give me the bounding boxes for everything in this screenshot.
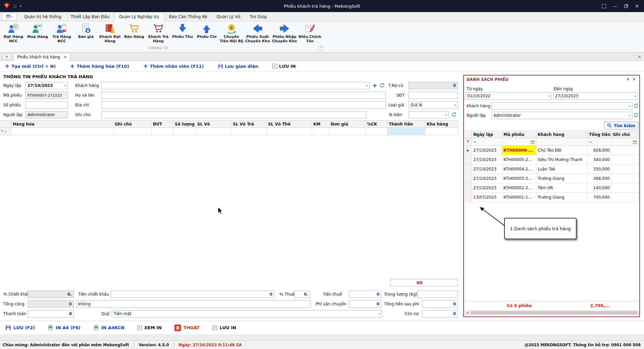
ribbon-button-ban-hang[interactable]: Bán Hàng <box>122 22 146 39</box>
receipt-row[interactable]: 27/10/2023 KTH00005-2... Siêu Thị Mường … <box>465 155 639 164</box>
tab-tro-giup[interactable]: Trợ Giúp <box>245 12 272 21</box>
pcol-ngay-lap[interactable]: Ngày lập <box>472 131 502 138</box>
checkbox-checked-icon[interactable]: ✓ <box>272 64 277 68</box>
thanh-tien-cell-highlight[interactable] <box>387 128 425 135</box>
save-layout-button[interactable]: Lưu giao diện <box>218 64 258 69</box>
app-logo-icon[interactable]: V <box>3 2 10 10</box>
print-a4-button[interactable]: IN A4 (F6) <box>48 325 80 331</box>
tu-ngay-input[interactable]: 01/10/2022 ▾ <box>465 92 552 100</box>
col-dvt[interactable]: ĐVT <box>152 121 173 128</box>
caret-down-icon[interactable]: ▾ <box>547 95 550 98</box>
luu-in-toggle[interactable]: ✓ LƯU IN <box>272 64 296 69</box>
ngay-lap-input[interactable]: 27/10/2023 ▾ <box>25 82 68 89</box>
col-kho-hang[interactable]: Kho hàng <box>425 121 458 128</box>
so-phieu-input[interactable] <box>25 101 68 109</box>
caret-down-icon[interactable]: ▾ <box>628 114 630 117</box>
caret-down-icon[interactable]: ▾ <box>628 105 630 108</box>
add-product-button[interactable]: + Thêm hàng hóa (F10) <box>70 63 129 69</box>
caret-down-icon[interactable]: ▾ <box>377 312 380 315</box>
loai-gia-combo[interactable]: Giá lẻ ▾ <box>409 101 458 109</box>
filter-total[interactable]: = <box>588 138 611 145</box>
den-ngay-input[interactable]: 27/10/2023 ▾ <box>553 92 638 100</box>
filter-date[interactable]: = <box>472 138 502 145</box>
ghi-chu-input[interactable] <box>101 111 366 118</box>
pcol-tong-tien[interactable]: Tổng tiền <box>588 131 611 138</box>
sdt-input[interactable] <box>409 92 458 99</box>
panel-refresh-customer-icon[interactable] <box>634 103 639 109</box>
fullscreen-icon[interactable] <box>602 4 606 8</box>
col-so-luong[interactable]: Số lượng <box>173 121 196 128</box>
ribbon-button-tra-hang-ncc[interactable]: Trả Hàng NCC <box>50 22 74 44</box>
close-tab-icon[interactable]: × <box>63 55 67 59</box>
receipt-row[interactable]: 27/10/2023 KTH00002-2... Tâm HR 140,000 <box>465 183 639 193</box>
panel-horizontal-scrollbar[interactable]: ◀ <box>465 310 639 315</box>
ribbon-button-mua-hang[interactable]: Mua Hàng <box>25 22 50 39</box>
tab-bar-close-icon[interactable]: × <box>638 54 641 59</box>
restore-icon[interactable] <box>624 4 628 8</box>
trong-luong-field[interactable] <box>417 291 458 298</box>
dia-chi-input[interactable] <box>101 101 386 109</box>
record-circle-icon[interactable]: ○ <box>13 4 17 8</box>
save-button[interactable]: LƯU (F2) <box>5 325 35 331</box>
minimize-icon[interactable]: — <box>613 4 618 8</box>
ribbon-collapse-button[interactable]: ^ <box>318 46 324 51</box>
thue-pct-field[interactable]: 0. <box>294 291 310 298</box>
search-button[interactable]: Tìm kiếm <box>604 121 638 130</box>
col-sl-vo-the[interactable]: SL Vỏ Thế <box>267 121 312 128</box>
scrollbar-thumb[interactable] <box>471 311 638 314</box>
n-vien-combo[interactable]: ▾ <box>409 111 449 118</box>
ribbon-button-dat-hang-ncc[interactable]: Đặt Hàng NCC <box>1 22 25 44</box>
ho-va-ten-input[interactable] <box>101 92 386 99</box>
document-tab-active[interactable]: Phiếu khách trả hàng × <box>13 53 70 61</box>
col-hang-hoa[interactable]: Hàng hóa <box>11 121 113 128</box>
xem-in-toggle[interactable]: ✓ XEM IN <box>137 325 162 330</box>
app-menu-button[interactable]: ▾ <box>2 13 17 20</box>
refresh-employee-icon[interactable] <box>451 112 457 117</box>
ribbon-button-khach-dat-hang[interactable]: Khách Đặt Hàng <box>98 22 122 44</box>
panel-khach-hang-combo[interactable]: ▾ <box>491 102 632 110</box>
phi-van-chuyen-field[interactable]: 0 <box>349 300 381 308</box>
refresh-customer-icon[interactable] <box>380 83 385 88</box>
col-sl-vo-tra[interactable]: SL Vỏ Trả <box>231 121 267 128</box>
ribbon-button-bao-gia[interactable]: $ Báo giá <box>74 22 98 39</box>
receipt-row[interactable]: 27/10/2023 KTH00003-2... Trường Giang 26… <box>465 174 639 183</box>
add-employee-button[interactable]: + Thêm nhân viên (F11) <box>143 63 204 69</box>
quy-combo[interactable]: Tiền mặt ▾ <box>112 310 382 317</box>
caret-down-icon[interactable]: ▾ <box>444 113 447 116</box>
luu-in-bottom-toggle[interactable]: ✓ LƯU IN <box>212 325 236 330</box>
ribbon-button-phieu-thu[interactable]: Phiếu Thu <box>170 22 195 39</box>
titlebar-caret-icon[interactable]: ▾ <box>20 4 22 8</box>
tien-thue-field[interactable]: 0 <box>349 291 381 298</box>
khach-hang-combo[interactable]: ▾ <box>101 82 370 89</box>
print-a4kcn-button[interactable]: IN A4KCN <box>93 325 124 331</box>
thanh-toan-field[interactable]: 0 <box>28 310 74 317</box>
col-thanh-tien[interactable]: Thành tiền <box>387 121 425 128</box>
receipt-row[interactable]: ▶ 27/10/2023 KTH00006-... Chú Tèo ĐĐ 928… <box>465 146 639 155</box>
col-don-gia[interactable]: Đơn giá <box>329 121 366 128</box>
tab-quan-tri-he-thong[interactable]: Quản trị hệ thống <box>19 12 66 21</box>
ribbon-button-phieu-nhap-chuyen-kho[interactable]: Phiếu Nhập Chuyển Kho <box>271 22 298 44</box>
add-customer-button[interactable]: + <box>372 82 377 89</box>
panel-refresh-user-icon[interactable] <box>634 113 639 118</box>
caret-down-icon[interactable]: ▾ <box>633 95 636 98</box>
panel-nguoi-lap-combo[interactable]: Administrator ▾ <box>491 112 632 119</box>
pin-icon[interactable] <box>626 78 630 83</box>
checkbox-checked-icon[interactable]: ✓ <box>137 326 142 330</box>
scroll-left-arrow-icon[interactable]: ◀ <box>465 311 470 315</box>
pcol-khach-hang[interactable]: Khách hàng <box>536 131 588 138</box>
receipt-row[interactable]: 27/10/2023 KTH00004-2... Luận Tak 330,00… <box>465 164 639 174</box>
exit-button[interactable]: THOÁT <box>174 325 200 331</box>
ribbon-button-dieu-chinh-ton[interactable]: Điều Chỉnh Tồn <box>298 22 322 44</box>
filter-note[interactable]: ab <box>611 138 639 145</box>
ribbon-button-khach-tra-hang[interactable]: Khách Trả Hàng <box>146 22 170 44</box>
col-km[interactable]: KM <box>312 121 329 128</box>
pcol-ghi-chu[interactable]: Ghi chú <box>611 131 639 138</box>
ribbon-button-phieu-xuat-chuyen-kho[interactable]: Phiếu Xuất Chuyển Kho <box>244 22 271 44</box>
filter-code[interactable]: ab <box>502 138 536 145</box>
checkbox-checked-icon[interactable]: ✓ <box>212 326 217 330</box>
ribbon-button-chuyen-tien-noi-bo[interactable]: $ Chuyển Tiền Nội Bộ <box>219 22 244 44</box>
caret-down-icon[interactable]: ▾ <box>453 104 456 107</box>
pcol-ma-phieu[interactable]: Mã phiếu <box>502 131 536 138</box>
col-ck[interactable]: %CK <box>366 121 387 128</box>
receipt-row[interactable]: 13/07/2023 KTH00001-1... Trường Giang 70… <box>465 193 639 202</box>
